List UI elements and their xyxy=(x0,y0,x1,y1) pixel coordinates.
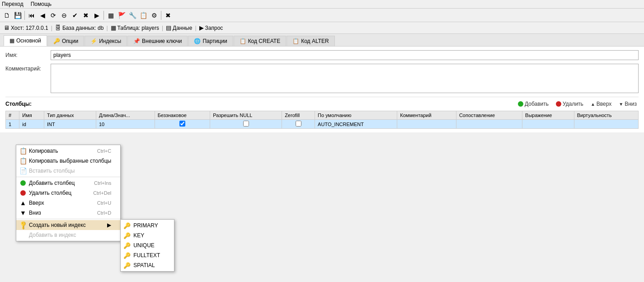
col-default: По умолчанию xyxy=(315,111,397,120)
toolbar-flag[interactable]: 🚩 xyxy=(117,10,127,20)
col-type: Тип данных xyxy=(44,111,96,120)
toolbar-cancel[interactable]: ✖ xyxy=(81,10,91,20)
tab-alter-label: Код ALTER xyxy=(301,38,329,44)
tab-main[interactable]: ▦ Основной xyxy=(4,35,47,46)
menu-help[interactable]: Помощь xyxy=(31,1,52,7)
toolbar-sep1 xyxy=(24,11,25,20)
tab-options[interactable]: 🔑 Опции xyxy=(47,36,84,46)
cell-zerofill[interactable] xyxy=(282,120,315,129)
tab-alter-icon: 📋 xyxy=(292,38,299,44)
down-arrow-icon xyxy=(619,101,623,107)
toolbar-clip[interactable]: 📋 xyxy=(138,10,148,20)
tab-main-label: Основной xyxy=(16,38,41,44)
connbar-sep2: | xyxy=(106,25,108,31)
col-null: Разрешить NULL xyxy=(210,111,282,120)
tab-partitions[interactable]: 🌐 Партиции xyxy=(188,36,233,46)
cell-default: AUTO_INCREMENT xyxy=(315,120,397,129)
comment-label: Комментарий: xyxy=(5,64,51,72)
tab-fkeys[interactable]: 📌 Внешние ключи xyxy=(127,36,188,46)
cell-length: 10 xyxy=(96,120,155,129)
toolbar-check[interactable]: ✔ xyxy=(70,10,80,20)
up-arrow-icon xyxy=(591,101,595,107)
col-comment: Комментарий xyxy=(397,111,456,120)
connbar-query[interactable]: ▶ Запрос xyxy=(199,24,223,31)
query-label: Запрос xyxy=(205,25,223,31)
col-expression: Выражение xyxy=(522,111,574,120)
connbar-host[interactable]: 🖥 Хост: 127.0.0.1 xyxy=(4,24,48,31)
toolbar-refresh[interactable]: ⟳ xyxy=(48,10,58,20)
tab-partitions-icon: 🌐 xyxy=(194,38,201,44)
tabbar: ▦ Основной 🔑 Опции ⚡ Индексы 📌 Внешние к… xyxy=(0,34,644,47)
cell-virtuality xyxy=(574,120,638,129)
columns-header: Столбцы: Добавить Удалить Вверх Вниз xyxy=(5,97,639,111)
col-collation: Сопоставление xyxy=(456,111,522,120)
query-icon: ▶ xyxy=(199,24,204,31)
name-input[interactable] xyxy=(51,50,639,60)
down-btn[interactable]: Вниз xyxy=(617,100,639,108)
table-row[interactable]: 1 id INT 10 AUTO_INCREMENT xyxy=(6,120,639,129)
col-length: Длина/Знач... xyxy=(96,111,155,120)
col-virtuality: Виртуальность xyxy=(574,111,638,120)
table-actions: Добавить Удалить Вверх Вниз xyxy=(516,100,639,108)
cell-unsigned[interactable] xyxy=(155,120,210,129)
comment-textarea[interactable] xyxy=(51,64,639,93)
cell-type: INT xyxy=(44,120,96,129)
toolbar-sep3 xyxy=(161,11,161,20)
delete-btn-label: Удалить xyxy=(563,101,583,107)
data-icon: ▤ xyxy=(166,24,171,31)
delete-column-btn[interactable]: Удалить xyxy=(554,100,585,108)
toolbar-minus[interactable]: ⊖ xyxy=(59,10,69,20)
up-btn[interactable]: Вверх xyxy=(589,100,613,108)
db-icon: 🗄 xyxy=(55,24,61,31)
toolbar-gear[interactable]: ⚙ xyxy=(149,10,159,20)
cell-num: 1 xyxy=(6,120,19,129)
connbar-sep1: | xyxy=(51,25,52,31)
col-name: Имя xyxy=(19,111,44,120)
cell-null[interactable] xyxy=(210,120,282,129)
toolbar-new[interactable]: 🗋 xyxy=(2,10,12,20)
tab-fkeys-icon: 📌 xyxy=(133,38,140,44)
cell-expression xyxy=(522,120,574,129)
connbar-data[interactable]: ▤ Данные xyxy=(166,24,192,31)
connbar-sep3: | xyxy=(162,25,163,31)
connbar-db[interactable]: 🗄 База данных: db xyxy=(55,24,104,31)
tab-create-icon: 📋 xyxy=(240,38,246,44)
toolbar: 🗋 💾 ⏮ ◀ ⟳ ⊖ ✔ ✖ ▶ ▦ 🚩 🔧 📋 ⚙ ✖ xyxy=(0,9,644,22)
toolbar-close-x[interactable]: ✖ xyxy=(163,10,173,20)
toolbar-save[interactable]: 💾 xyxy=(13,10,23,20)
connbar-sep4: | xyxy=(195,25,196,31)
add-btn-label: Добавить xyxy=(525,101,549,107)
tab-main-icon: ▦ xyxy=(9,38,14,44)
columns-label: Столбцы: xyxy=(5,101,32,107)
tab-create-label: Код CREATE xyxy=(248,38,281,44)
connbar: 🖥 Хост: 127.0.0.1 | 🗄 База данных: db | … xyxy=(0,22,644,34)
cell-comment xyxy=(397,120,456,129)
down-btn-label: Вниз xyxy=(625,101,637,107)
add-column-btn[interactable]: Добавить xyxy=(516,100,550,108)
toolbar-prev[interactable]: ◀ xyxy=(38,10,47,20)
menubar: Переход Помощь xyxy=(0,0,644,9)
data-label: Данные xyxy=(173,25,192,31)
toolbar-grid[interactable]: ▦ xyxy=(106,10,116,20)
col-unsigned: Беззнаковое xyxy=(155,111,210,120)
connbar-table[interactable]: ▦ Таблица: players xyxy=(111,24,159,31)
table-label: Таблица: players xyxy=(118,25,159,31)
tab-create-code[interactable]: 📋 Код CREATE xyxy=(234,36,287,46)
tab-partitions-label: Партиции xyxy=(202,38,227,44)
menu-perekhod[interactable]: Переход xyxy=(2,1,24,7)
cell-collation xyxy=(456,120,522,129)
tab-alter-code[interactable]: 📋 Код ALTER xyxy=(287,36,335,46)
col-zerofill: Zerofill xyxy=(282,111,315,120)
comment-row: Комментарий: xyxy=(5,64,639,93)
host-icon: 🖥 xyxy=(4,24,9,31)
toolbar-play[interactable]: ▶ xyxy=(92,10,102,20)
toolbar-tool[interactable]: 🔧 xyxy=(127,10,137,20)
toolbar-first[interactable]: ⏮ xyxy=(27,10,37,20)
tab-indexes[interactable]: ⚡ Индексы xyxy=(85,36,127,46)
db-label: База данных: db xyxy=(62,25,104,31)
grid-container: # Имя Тип данных Длина/Знач... Беззнаков… xyxy=(5,111,639,129)
name-row: Имя: xyxy=(5,50,639,60)
up-btn-label: Вверх xyxy=(597,101,611,107)
tab-options-icon: 🔑 xyxy=(53,38,60,44)
main-content: Имя: Комментарий: Столбцы: Добавить Удал… xyxy=(0,47,644,132)
